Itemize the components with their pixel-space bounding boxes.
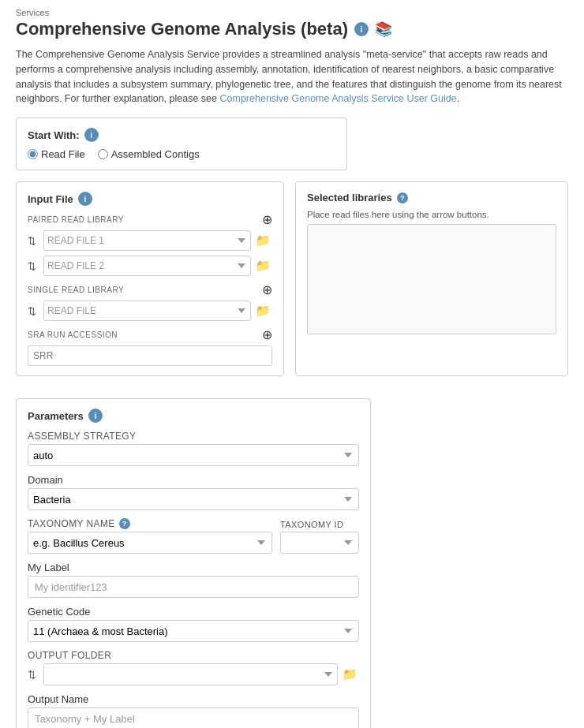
info-icon[interactable]: i (354, 22, 369, 36)
sort-icon-3: ⇅ (28, 305, 40, 317)
read-file-2-select[interactable]: READ FILE 2 (43, 256, 251, 276)
selected-libraries-title: Selected libraries (307, 192, 392, 203)
taxonomy-name-select[interactable]: e.g. Bacillus Cereus (28, 532, 272, 554)
assembly-strategy-label: ASSEMBLY STRATEGY (28, 431, 359, 442)
domain-select[interactable]: Bacteria (28, 488, 359, 510)
read-file-1-row: ⇅ READ FILE 1 📁 (28, 230, 272, 251)
start-with-label: Start With: (28, 129, 80, 141)
single-read-library-label: SINGLE READ LIBRARY (28, 286, 124, 294)
parameters-info-icon[interactable]: i (88, 409, 103, 423)
single-read-file-select[interactable]: READ FILE (43, 301, 251, 321)
selected-libraries-help-icon[interactable]: ? (397, 192, 408, 203)
page-title: Comprehensive Genome Analysis (beta) (16, 19, 348, 39)
taxonomy-name-label: TAXONOMY NAME (28, 518, 115, 529)
sra-run-accession-label: SRA RUN ACCESSION (28, 330, 118, 339)
single-read-file-row: ⇅ READ FILE 📁 (28, 301, 272, 321)
output-folder-row: ⇅ 📁 (28, 663, 359, 685)
input-file-section: Input File i PAIRED READ LIBRARY ⊕ ⇅ REA… (16, 181, 284, 376)
taxonomy-id-select[interactable] (280, 532, 359, 554)
domain-label: Domain (28, 474, 359, 486)
sort-icon-1: ⇅ (28, 235, 40, 247)
output-folder-label: OUTPUT FOLDER (28, 650, 359, 661)
parameters-section: Parameters i ASSEMBLY STRATEGY auto Doma… (16, 398, 371, 728)
output-folder-sort-icon: ⇅ (28, 669, 40, 681)
browse-file-2-btn[interactable]: 📁 (254, 259, 272, 273)
assembly-strategy-select[interactable]: auto (28, 444, 359, 466)
browse-output-folder-btn[interactable]: 📁 (341, 667, 359, 681)
input-file-title: Input File (28, 193, 73, 205)
start-with-options: Read File Assembled Contigs (28, 148, 335, 160)
sort-icon-2: ⇅ (28, 260, 40, 272)
radio-assembled-contigs[interactable]: Assembled Contigs (98, 148, 200, 160)
my-label-label: My Label (28, 562, 359, 573)
browse-file-1-btn[interactable]: 📁 (254, 233, 272, 248)
add-sra-btn[interactable]: ⊕ (262, 327, 272, 342)
breadcrumb: Services (16, 8, 568, 17)
taxonomy-id-label: Taxonomy ID (280, 520, 359, 529)
selected-libraries-hint: Place read files here using the arrow bu… (307, 210, 556, 219)
radio-read-file[interactable]: Read File (28, 148, 85, 160)
read-file-1-select[interactable]: READ FILE 1 (43, 230, 251, 251)
description-text: The Comprehensive Genome Analysis Servic… (16, 47, 568, 106)
input-file-info-icon[interactable]: i (78, 192, 92, 206)
start-with-info-icon[interactable]: i (84, 128, 99, 142)
user-guide-link[interactable]: Comprehensive Genome Analysis Service Us… (220, 93, 457, 104)
browse-single-file-btn[interactable]: 📁 (254, 304, 272, 318)
book-icon[interactable]: 📚 (375, 21, 392, 38)
output-name-label: Output Name (28, 693, 359, 705)
paired-read-library-label: PAIRED READ LIBRARY (28, 215, 124, 224)
taxonomy-name-help-icon[interactable]: ? (119, 518, 130, 529)
my-label-input[interactable] (28, 576, 359, 598)
add-single-read-btn[interactable]: ⊕ (262, 282, 272, 297)
selected-libraries-area (307, 224, 556, 334)
output-folder-select[interactable] (43, 663, 338, 685)
add-paired-read-btn[interactable]: ⊕ (262, 212, 272, 227)
start-with-section: Start With: i Read File Assembled Contig… (16, 118, 347, 170)
genetic-code-label: Genetic Code (28, 606, 359, 618)
parameters-title: Parameters (28, 410, 84, 422)
genetic-code-select[interactable]: 11 (Archaea & most Bacteria) (28, 620, 359, 642)
read-file-2-row: ⇅ READ FILE 2 📁 (28, 256, 272, 276)
output-name-input[interactable] (28, 707, 359, 728)
srr-input[interactable] (28, 345, 272, 366)
selected-libraries-section: Selected libraries ? Place read files he… (295, 181, 568, 376)
